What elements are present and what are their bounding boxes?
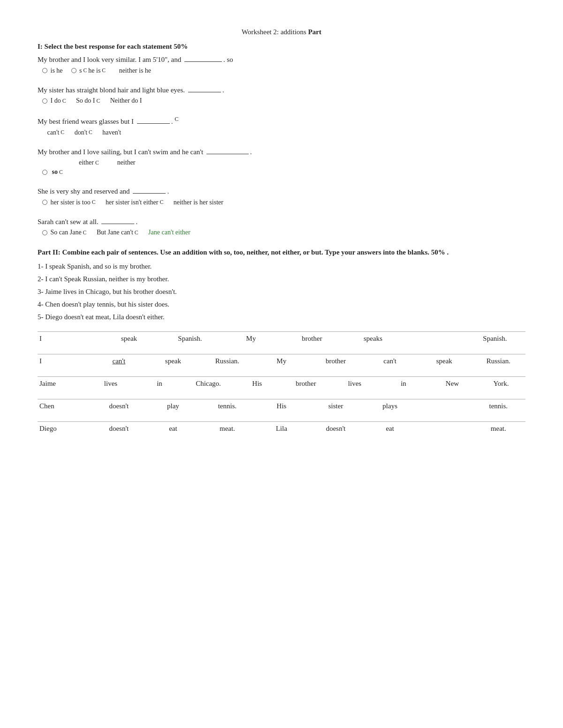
cell: sister xyxy=(309,401,363,411)
q5-opt3[interactable]: neither is her sister xyxy=(172,199,223,206)
q1-opt2[interactable]: sChe isC xyxy=(71,67,106,75)
q4-blank xyxy=(206,154,249,154)
radio-icon[interactable] xyxy=(42,200,47,205)
table-row-5: Diego doesn't eat meat. Lila doesn't eat… xyxy=(38,421,525,435)
radio-icon[interactable] xyxy=(42,230,47,235)
q3-opt1[interactable]: can'tC xyxy=(42,129,64,136)
q6-opt2[interactable]: But Jane can'tC xyxy=(95,229,138,236)
cell: My xyxy=(221,334,282,344)
part2-item-4: 4- Chen doesn't play tennis, but his sis… xyxy=(38,300,525,308)
q1-opt3[interactable]: neither is he xyxy=(114,67,151,75)
part2-item-3: 3- Jaime lives in Chicago, but his broth… xyxy=(38,288,525,296)
cell: play xyxy=(146,401,200,411)
page-title: Worksheet 2: additions Part xyxy=(38,28,525,36)
cell xyxy=(417,432,472,434)
cell: Russian. xyxy=(472,356,526,366)
question-5: She is very shy and reserved and . her s… xyxy=(38,186,525,206)
cell: doesn't xyxy=(309,424,363,434)
cell: doesn't xyxy=(92,401,146,411)
q5-options: her sister is tooC her sister isn't eith… xyxy=(38,199,525,206)
cell: My xyxy=(254,356,309,366)
part1-heading: I: Select the best response for each sta… xyxy=(38,43,525,51)
q6-text: Sarah can't sew at all. . xyxy=(38,217,525,227)
cell: I xyxy=(38,356,92,366)
q4-options: eitherC neither xyxy=(38,159,525,166)
q1-text: My brother and I look very similar. I am… xyxy=(38,54,525,65)
q5-blank xyxy=(133,193,166,194)
question-1: My brother and I look very similar. I am… xyxy=(38,54,525,75)
q2-blank xyxy=(188,92,221,92)
title-plain: Worksheet 2: additions xyxy=(242,28,308,36)
cell: His xyxy=(233,379,282,389)
q3-opt2[interactable]: don'tC xyxy=(73,129,92,136)
cell: speak xyxy=(417,356,472,366)
cell: in xyxy=(135,379,184,389)
part2-heading: Part II: Combine each pair of sentences.… xyxy=(38,247,525,258)
part2-item-5: 5- Diego doesn't eat meat, Lila doesn't … xyxy=(38,313,525,321)
part2-list: 1- I speak Spanish, and so is my brother… xyxy=(38,263,525,321)
cell: in xyxy=(379,379,428,389)
question-3: My best friend wears glasses but I . C c… xyxy=(38,115,525,136)
q6-opt1[interactable]: So can JaneC xyxy=(42,229,86,236)
cell: I xyxy=(38,334,99,344)
q6-opt3[interactable]: Jane can't either xyxy=(147,229,190,236)
cell: speak xyxy=(146,356,200,366)
cell: speak xyxy=(99,334,160,344)
q4-opt3[interactable]: soC xyxy=(42,168,63,176)
cell: meat. xyxy=(200,424,255,434)
table-row-3: Jaime lives in Chicago. His brother live… xyxy=(38,376,525,390)
q2-opt1[interactable]: I doC xyxy=(42,97,66,105)
cell: tennis. xyxy=(472,401,526,411)
q3-text: My best friend wears glasses but I . C xyxy=(38,115,525,127)
question-6: Sarah can't sew at all. . So can JaneC B… xyxy=(38,217,525,237)
cell: can't xyxy=(363,356,417,366)
cell: speaks xyxy=(342,334,403,344)
table-row-2: I can't speak Russian. My brother can't … xyxy=(38,354,525,368)
table-row-1: I speak Spanish. My brother speaks Spani… xyxy=(38,331,525,345)
radio-icon[interactable] xyxy=(71,68,76,73)
cell xyxy=(417,409,472,411)
radio-icon[interactable] xyxy=(42,170,47,175)
radio-icon[interactable] xyxy=(42,98,47,104)
cell: brother xyxy=(309,356,363,366)
radio-icon[interactable] xyxy=(42,68,47,73)
cell xyxy=(403,342,464,344)
q1-options: is he sChe isC neither is he xyxy=(38,67,525,75)
cell: Jaime xyxy=(38,379,86,389)
q6-options: So can JaneC But Jane can'tC Jane can't … xyxy=(38,229,525,236)
q1-opt1[interactable]: is he xyxy=(42,67,63,75)
cell: Chicago. xyxy=(184,379,233,389)
q2-opt2[interactable]: So do IC xyxy=(74,97,100,105)
q4-opt1[interactable]: eitherC xyxy=(79,159,99,166)
table-row-4: Chen doesn't play tennis. His sister pla… xyxy=(38,399,525,413)
cell: brother xyxy=(282,334,342,344)
cell: brother xyxy=(282,379,330,389)
part2-item-1: 1- I speak Spanish, and so is my brother… xyxy=(38,263,525,270)
cell: can't xyxy=(92,356,146,366)
q3-options: can'tC don'tC haven't xyxy=(38,129,525,136)
cell: eat xyxy=(146,424,200,434)
q5-opt1[interactable]: her sister is tooC xyxy=(42,199,95,206)
cell: plays xyxy=(363,401,417,411)
cell: Lila xyxy=(254,424,309,434)
part2-item-2: 2- I can't Speak Russian, neither is my … xyxy=(38,275,525,283)
cell: Spanish. xyxy=(464,334,525,344)
q5-text: She is very shy and reserved and . xyxy=(38,186,525,197)
q2-options: I doC So do IC Neither do I xyxy=(38,97,525,105)
q4-opt2[interactable]: neither xyxy=(107,159,136,166)
cell: tennis. xyxy=(200,401,255,411)
cell: New xyxy=(428,379,477,389)
q5-opt2[interactable]: her sister isn't eitherC xyxy=(104,199,163,206)
cell: eat xyxy=(363,424,417,434)
q2-opt3[interactable]: Neither do I xyxy=(108,97,142,105)
cell: Russian. xyxy=(200,356,255,366)
q1-blank xyxy=(184,61,222,62)
cell: doesn't xyxy=(92,424,146,434)
cell: His xyxy=(254,401,309,411)
cell: lives xyxy=(86,379,135,389)
q3-opt3[interactable]: haven't xyxy=(101,129,121,136)
cell: lives xyxy=(330,379,379,389)
cell: Spanish. xyxy=(160,334,221,344)
question-2: My sister has straight blond hair and li… xyxy=(38,85,525,105)
q3-blank xyxy=(137,123,170,124)
